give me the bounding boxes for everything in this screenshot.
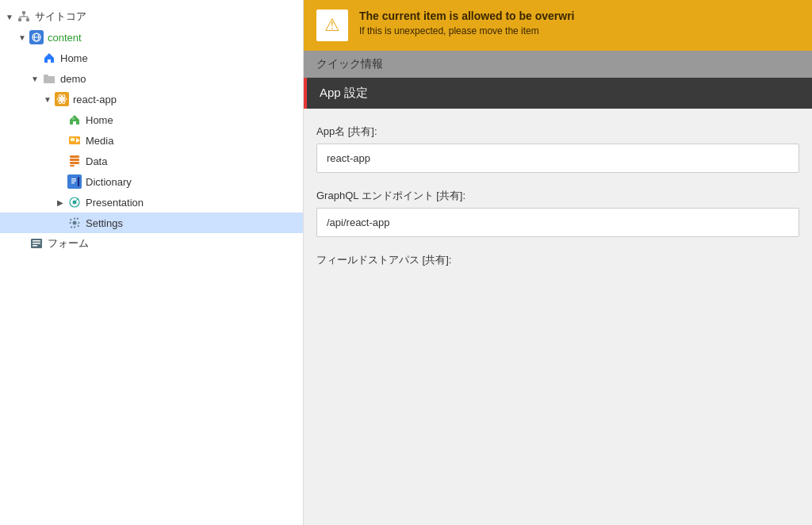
tree-arrow-content <box>16 33 29 42</box>
tree-arrow-react-app <box>41 95 54 104</box>
graphql-label: GraphQL エンドポイント [共有]: <box>316 189 799 203</box>
tree-arrow-presentation <box>54 198 67 207</box>
field-fieldstore: フィールドストアパス [共有]: <box>316 253 799 267</box>
content-area: App名 [共有]: react-app GraphQL エンドポイント [共有… <box>304 109 812 283</box>
forms-label: フォーム <box>48 236 89 251</box>
tree-item-settings[interactable]: Settings <box>0 213 303 233</box>
svg-rect-0 <box>22 11 25 14</box>
warning-subtitle: If this is unexpected, please move the i… <box>359 25 575 36</box>
tree-item-react-app[interactable]: react-app <box>0 89 303 109</box>
quick-info-label: クイック情報 <box>316 57 383 70</box>
tree-item-presentation[interactable]: Presentation <box>0 192 303 213</box>
svg-rect-21 <box>70 165 75 167</box>
warning-triangle: ⚠ <box>324 15 340 36</box>
data-label: Data <box>86 155 107 167</box>
react-app-icon <box>54 91 70 107</box>
home-react-label: Home <box>86 114 113 126</box>
demo-label: demo <box>60 73 86 85</box>
svg-rect-14 <box>72 117 75 120</box>
svg-point-28 <box>73 201 77 205</box>
data-icon <box>67 153 82 169</box>
field-graphql: GraphQL エンドポイント [共有]: /api/react-app <box>316 189 799 237</box>
svg-rect-24 <box>71 181 76 182</box>
tree-item-forms[interactable]: フォーム <box>0 233 303 254</box>
media-label: Media <box>86 135 113 147</box>
field-app-name: App名 [共有]: react-app <box>316 125 799 173</box>
app-settings-label: App 設定 <box>320 86 368 101</box>
dictionary-label: Dictionary <box>86 176 132 188</box>
app-settings-header: App 設定 <box>304 78 812 109</box>
svg-rect-22 <box>70 177 78 186</box>
tree-item-demo[interactable]: demo <box>0 68 303 89</box>
warning-title: The current item is allowed to be overwr… <box>359 10 575 22</box>
tree-item-media[interactable]: Media <box>0 130 303 151</box>
svg-rect-18 <box>70 155 79 158</box>
warning-text: The current item is allowed to be overwr… <box>359 10 575 36</box>
svg-rect-2 <box>26 18 29 21</box>
app-name-label: App名 [共有]: <box>316 125 799 139</box>
content-icon <box>29 29 44 45</box>
svg-point-30 <box>73 221 77 225</box>
svg-rect-34 <box>33 245 37 247</box>
svg-rect-1 <box>18 18 21 21</box>
tree-item-data[interactable]: Data <box>0 151 303 171</box>
react-app-label: react-app <box>73 94 117 105</box>
svg-rect-20 <box>70 162 79 164</box>
svg-rect-23 <box>71 178 76 179</box>
graphql-value: /api/react-app <box>316 208 799 237</box>
tree-sidebar: サイトコア content Home <box>0 0 304 525</box>
presentation-label: Presentation <box>86 197 144 209</box>
tree-arrow-demo <box>29 75 41 83</box>
home-top-label: Home <box>60 52 88 64</box>
app-name-value: react-app <box>316 144 799 173</box>
dictionary-icon <box>67 174 82 190</box>
home-react-icon <box>67 112 82 128</box>
settings-icon <box>67 215 82 231</box>
svg-rect-19 <box>70 159 79 161</box>
content-label: content <box>48 32 82 44</box>
svg-rect-16 <box>71 138 75 141</box>
tree-arrow-sitecore <box>3 13 16 21</box>
tree-item-home-top[interactable]: Home <box>0 48 303 68</box>
svg-rect-32 <box>33 240 40 242</box>
settings-label: Settings <box>86 217 123 229</box>
quick-info-header: クイック情報 <box>304 51 812 78</box>
svg-point-10 <box>60 98 63 101</box>
home-top-icon <box>41 50 57 66</box>
main-panel: ⚠ The current item is allowed to be over… <box>304 0 812 525</box>
sitemap-icon <box>16 9 32 25</box>
svg-rect-33 <box>33 243 40 244</box>
fieldstore-label: フィールドストアパス [共有]: <box>316 253 799 267</box>
demo-icon <box>41 71 57 86</box>
sitecore-label: サイトコア <box>35 10 86 24</box>
media-icon <box>67 132 82 148</box>
tree-item-sitecore[interactable]: サイトコア <box>0 6 303 27</box>
svg-rect-25 <box>71 182 75 183</box>
presentation-icon <box>67 194 82 210</box>
tree-item-home-react[interactable]: Home <box>0 109 303 130</box>
warning-banner: ⚠ The current item is allowed to be over… <box>304 0 812 51</box>
tree-item-content[interactable]: content <box>0 27 303 48</box>
tree-item-dictionary[interactable]: Dictionary <box>0 171 303 192</box>
forms-icon <box>29 236 44 251</box>
svg-rect-26 <box>78 177 79 186</box>
warning-icon: ⚠ <box>316 10 348 41</box>
